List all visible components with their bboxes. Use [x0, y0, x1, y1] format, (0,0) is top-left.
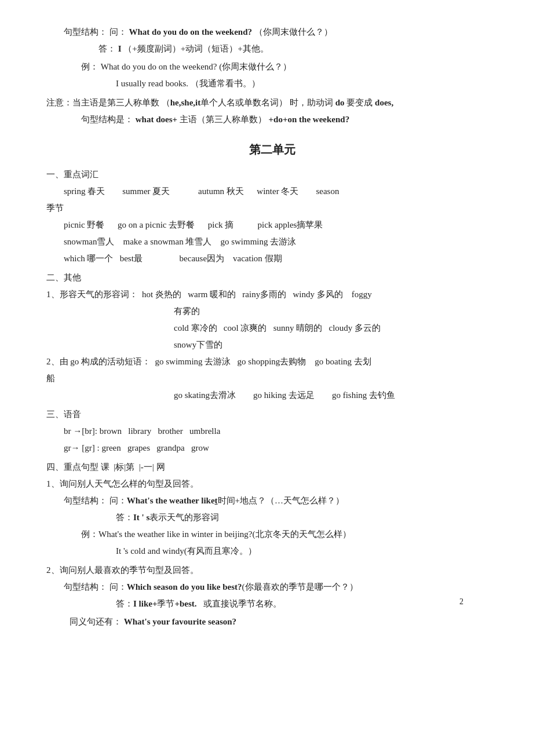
sentence-pattern-answer: 答： I （+频度副词）+动词（短语）+其他。 [64, 41, 498, 57]
weather-row2: cold 寒冷的 cool 凉爽的 sunny 晴朗的 cloudy 多云的 [46, 320, 498, 336]
phonics-title: 三、语音 [46, 407, 498, 422]
vocab-row4: which 哪一个 best最 because因为 vacation 假期 [46, 251, 498, 266]
note-line1: 注意：当主语是第三人称单数 （he,she,it单个人名或单数名词） 时，助动词… [46, 95, 498, 111]
sp-q-cn: （你周末做什么？） [254, 27, 333, 36]
sp-question: What do you do on the weekend? [129, 27, 253, 36]
pattern1-example-a: It 's cold and windy(有风而且寒冷。） [46, 543, 498, 559]
note-what-does: what does+ [136, 115, 177, 124]
note-text4: 要变成 [345, 98, 375, 107]
pattern2-a-bold: I like+ [133, 599, 157, 608]
note-does: does, [375, 98, 393, 107]
phonics-gr: gr→ [gr] : green grapes grandpa grow [46, 440, 498, 456]
example-q-text: What do you do on the weekend? [101, 62, 217, 71]
sp-q-label: 问： [109, 27, 127, 36]
pattern1-q-bold: What's the weather like [127, 496, 215, 505]
pattern2-answer: 答：I like+季节+best. 或直接说季节名称。 [46, 596, 498, 612]
pattern1-a-suffix: 表示天气的形容词 [149, 513, 219, 522]
sp-a-i: I [118, 44, 122, 53]
note-text2: 单个人名或单数名词） [200, 98, 287, 107]
pattern2-a-best: +best. [174, 599, 196, 608]
unit1-review: 句型结构： 问： What do you do on the weekend? … [46, 24, 498, 92]
note-heshit: he,she,it [170, 98, 201, 107]
sp-a-label: 答： [98, 44, 116, 53]
note-do-on: +do+on the weekend? [269, 115, 350, 124]
pattern2-q-cn: (你最喜欢的季节是哪一个？） [242, 582, 358, 591]
vocab-section: 一、重点词汇 spring 春天 summer 夏天 autumn 秋天 win… [46, 167, 498, 266]
pattern1-a-bold: It ' s [133, 513, 149, 522]
vocab-row3: snowman雪人 make a snowman 堆雪人 go swimming… [46, 234, 498, 250]
pattern2-label: 2、询问别人最喜欢的季节句型及回答。 [46, 563, 498, 578]
example-answer-line: I usually read books. （我通常看书。） [64, 76, 498, 92]
vocab-title: 一、重点词汇 [46, 167, 498, 182]
vocab-row2: picnic 野餐 go on a picnic 去野餐 pick 摘 pick… [46, 217, 498, 233]
unit2-title: 第二单元 [46, 139, 498, 160]
go-phrases-label: 2、由 go 构成的活动短语： go swimming 去游泳 go shopp… [46, 354, 498, 370]
pattern1-example: 例：What's the weather like in winter in b… [46, 527, 498, 542]
note-do: do [335, 98, 345, 107]
other-title: 二、其他 [46, 270, 498, 286]
key-patterns-title: 四、重点句型 课 |标|第 |-一| 网 [46, 459, 498, 475]
example-label-line: 例： What do you do on the weekend? (你周末做什… [64, 59, 498, 75]
note-space: （ [162, 98, 170, 107]
sp-a-content: （+频度副词）+动词（短语）+其他。 [123, 44, 268, 53]
pattern1-structure: 句型结构： 问：What's the weather liket时间+地点？（…… [46, 493, 498, 509]
sentence-pattern-line1: 句型结构： 问： What do you do on the weekend? … [64, 24, 498, 40]
example-a-text: I usually read books. [116, 79, 188, 88]
weather-foggy-cn: 有雾的 [46, 304, 498, 319]
key-patterns-section: 四、重点句型 课 |标|第 |-一| 网 1、询问别人天气怎么样的句型及回答。 … [46, 459, 498, 630]
note-text3: 时，助动词 [290, 98, 335, 107]
note-structure-label: 句型结构是： [81, 115, 133, 124]
weather-row3: snowy下雪的 [46, 337, 498, 353]
pattern1-answer: 答：It ' s表示天气的形容词 [46, 510, 498, 525]
sp-label: 句型结构： [64, 27, 107, 36]
note-subject: 主语（第三人称单数） [180, 115, 266, 124]
phonics-section: 三、语音 br →[br]: brown library brother umb… [46, 407, 498, 456]
example-a-cn: （我通常看书。） [191, 79, 260, 88]
pattern2-q-bold: Which season do you like best? [127, 582, 242, 591]
page-number: 2 [459, 597, 463, 607]
other-section: 二、其他 1、形容天气的形容词： hot 炎热的 warm 暖和的 rainy多… [46, 270, 498, 403]
pattern2-structure: 句型结构： 问：Which season do you like best?(你… [46, 579, 498, 595]
note-label: 注意：当主语是第三人称单数 [46, 98, 159, 107]
vocab-row1: spring 春天 summer 夏天 autumn 秋天 winter 冬天 … [46, 184, 498, 199]
weather-label: 1、形容天气的形容词： hot 炎热的 warm 暖和的 rainy多雨的 wi… [46, 287, 498, 302]
pattern2-synonym-bold: What's your favourite season? [122, 617, 236, 626]
pattern1-q-suffix: 时间+地点？（…天气怎么样？） [218, 496, 344, 505]
go-boat-end: 船 [46, 371, 498, 386]
example-label: 例： [81, 62, 98, 71]
note-section: 注意：当主语是第三人称单数 （he,she,it单个人名或单数名词） 时，助动词… [46, 95, 498, 127]
pattern2-synonym: 同义句还有： What's your favourite season? [46, 614, 498, 630]
pattern1-label: 1、询问别人天气怎么样的句型及回答。 [46, 476, 498, 492]
page-content: 句型结构： 问： What do you do on the weekend? … [46, 24, 498, 630]
note-line2: 句型结构是： what does+ 主语（第三人称单数） +do+on the … [46, 112, 498, 127]
phonics-br: br →[br]: brown library brother umbrella [46, 423, 498, 439]
go-phrases-row2: go skating去滑冰 go hiking 去远足 go fishing 去… [46, 388, 498, 403]
pattern2-a-season: 季节 [157, 599, 174, 608]
vocab-row1-season-cn: 季节 [46, 200, 498, 216]
example-q-cn: (你周末做什么？） [219, 62, 291, 71]
